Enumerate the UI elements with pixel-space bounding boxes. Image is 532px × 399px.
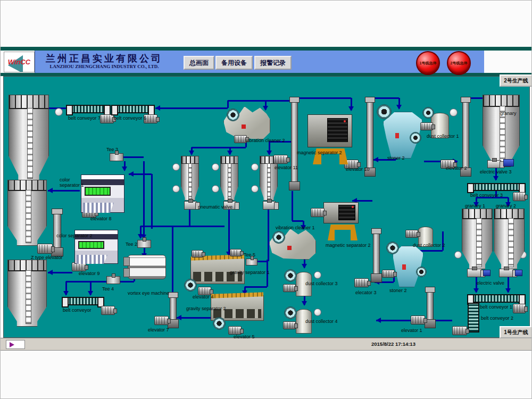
tee-4-icon[interactable] — [106, 276, 120, 284]
magsep-bot-motor-icon[interactable] — [311, 208, 325, 217]
gs1-motor1-icon[interactable] — [192, 250, 203, 257]
bc7-motor-icon[interactable] — [100, 114, 114, 123]
tee-5-icon[interactable] — [246, 259, 257, 265]
granary-top[interactable] — [483, 95, 520, 167]
tee-2-icon[interactable] — [137, 240, 151, 248]
vibration-cleaner-2-label: vibration cleaner 2 — [246, 138, 285, 143]
color-separator-1[interactable] — [81, 174, 124, 213]
alarm-record-button[interactable]: 报警记录 — [254, 56, 292, 70]
elevator-10[interactable] — [367, 98, 373, 176]
e11-motor-icon[interactable] — [273, 155, 288, 164]
elevator-10-label: elevator 10 — [346, 167, 370, 172]
belt-conveyor-1[interactable] — [467, 294, 526, 303]
silo-b[interactable] — [7, 180, 47, 246]
belt-conveyor-3[interactable] — [467, 183, 526, 191]
vortex-eye-machine[interactable] — [128, 255, 166, 279]
dc1-motor-icon[interactable] — [420, 122, 433, 130]
belt-conveyor-7[interactable] — [66, 105, 111, 113]
granary2-valve-icon[interactable] — [499, 269, 514, 277]
elevator-1[interactable] — [427, 288, 434, 328]
elevator-5-motor-label: elevator 5 — [234, 334, 255, 339]
dc2-motor-icon[interactable] — [405, 230, 418, 238]
pneumatic-valve-3-icon[interactable] — [263, 201, 276, 210]
stoner-line2-fan1-icon[interactable] — [377, 104, 392, 119]
flow-arrow — [63, 291, 69, 296]
mid-silo-1[interactable] — [181, 156, 199, 201]
overview-button[interactable]: 总画面 — [184, 56, 214, 70]
belt-conveyor[interactable] — [62, 297, 104, 305]
bc2-motor-icon[interactable] — [452, 326, 467, 335]
spare-equipment-button[interactable]: 备用设备 — [215, 56, 253, 70]
tee-4-label: Tee 4 — [102, 286, 114, 292]
silo-a[interactable] — [9, 95, 49, 182]
dc1-fan-icon[interactable] — [422, 107, 434, 119]
vc1-fan-icon[interactable] — [272, 231, 285, 244]
indicator-lamp — [212, 185, 219, 193]
dc3-fan-icon[interactable] — [284, 269, 297, 282]
flow-arrow — [348, 106, 354, 111]
pipe — [268, 210, 269, 261]
line2-page-button[interactable]: 2号生产线 — [500, 74, 532, 87]
elevator-11[interactable] — [291, 98, 298, 190]
bc3-motor-icon[interactable] — [513, 192, 526, 201]
estop-line2-button[interactable]: 2号线急停 — [447, 51, 471, 75]
pneumatic-valve-1-icon[interactable] — [184, 201, 197, 210]
belt-conveyor-2[interactable] — [468, 303, 479, 332]
e1-motor-icon[interactable] — [411, 315, 425, 325]
granary-1[interactable] — [462, 209, 493, 269]
electric-valve-3b-icon[interactable] — [503, 159, 514, 167]
elecator-3[interactable] — [373, 230, 380, 282]
flow-arrow — [396, 105, 402, 110]
magnetic-separator-bottom[interactable] — [323, 202, 359, 223]
dc4-motor-icon[interactable] — [283, 321, 296, 329]
stoner-line1-fan1-icon[interactable] — [386, 242, 399, 254]
line1-page-button[interactable]: 1号生产线 — [500, 326, 532, 338]
flow-arrow — [505, 288, 511, 293]
magsep-bot-stand[interactable] — [328, 225, 358, 240]
pipe — [155, 107, 228, 109]
pipe — [172, 226, 225, 227]
elevator-9-motor-label: elevator 9 — [79, 271, 100, 276]
gs1-motor2-icon[interactable] — [230, 249, 242, 256]
granary1-valve-icon[interactable] — [467, 269, 482, 277]
elevator-5-motor-icon[interactable] — [228, 326, 242, 335]
granary1-bvalve-icon[interactable] — [483, 270, 491, 276]
tee-3-icon[interactable] — [110, 153, 123, 161]
gs2-fan-icon[interactable] — [213, 317, 226, 330]
vc2-motor-icon[interactable] — [234, 135, 247, 143]
silo-c[interactable] — [7, 260, 47, 327]
belt-conveyor-6[interactable] — [111, 105, 155, 113]
magnetic-separator-top[interactable] — [307, 114, 352, 147]
flow-arrow — [48, 188, 53, 193]
stoner-line1-motor-icon[interactable] — [382, 270, 395, 278]
indicator-lamp — [212, 163, 219, 171]
e3-motor-icon[interactable] — [354, 278, 369, 287]
play-icon — [10, 342, 14, 347]
play-button[interactable] — [6, 340, 25, 349]
stoner-line1-fan2-icon[interactable] — [416, 267, 427, 277]
dc3-motor-icon[interactable] — [283, 284, 296, 292]
pipe — [192, 147, 246, 148]
granary-2[interactable] — [494, 209, 525, 269]
bc1-motor-icon[interactable] — [513, 304, 526, 313]
e7-motor-icon[interactable] — [154, 316, 169, 325]
z-elev-motor-icon[interactable] — [37, 244, 53, 254]
stoner-line2-fan2-icon[interactable] — [410, 132, 421, 144]
magnetic-separator-top-label: magnetic separator 2 — [297, 150, 342, 155]
bc-motor-icon[interactable] — [101, 306, 115, 315]
flow-arrow — [48, 270, 53, 275]
flow-arrow — [302, 264, 307, 269]
elevator-2[interactable] — [462, 98, 469, 176]
dc4-fan-icon[interactable] — [284, 306, 297, 319]
pneumatic-valve-1-label: pneumatic valve — [198, 204, 232, 210]
electric-valve-3-icon[interactable] — [487, 160, 501, 168]
elecator-3-label: elecator 3 — [355, 290, 377, 295]
granary2-bvalve-icon[interactable] — [515, 270, 522, 276]
mid-silo-2[interactable] — [220, 156, 238, 201]
pipe — [292, 220, 303, 222]
estop-line1-button[interactable]: 1号线急停 — [416, 51, 440, 75]
vc2-fan-icon[interactable] — [227, 109, 239, 121]
pipe — [151, 174, 153, 229]
wincc-logo: WinCC — [4, 52, 35, 72]
gs1-fan-icon[interactable] — [184, 279, 197, 292]
